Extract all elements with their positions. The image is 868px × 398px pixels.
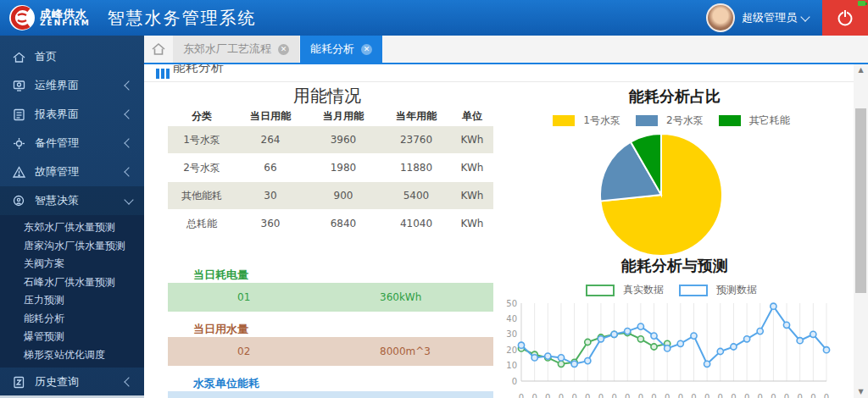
app-window: 成峰供水 ZENFIRM 智慧水务管理系统 超级管理员 首页运维界面报表界面备件… [0, 0, 868, 398]
svg-text:0: 0 [519, 393, 524, 398]
table-cell: 11880 [381, 162, 451, 174]
main-content: 能耗分析 用能情况 分类当日用能当月用能当年用能单位1号水泵2643960237… [144, 64, 854, 398]
sidebar: 首页运维界面报表界面备件管理故障管理智慧决策东郊水厂供水量预测唐家沟水厂供水量预… [0, 36, 144, 398]
line-chart: 01020304050000000000000000000000000 [500, 298, 839, 398]
line-legend-swatch [586, 285, 615, 296]
table-cell: 1号水泵 [168, 133, 236, 147]
section-title-clipped: 能耗分析 [173, 64, 224, 80]
scroll-down-arrow[interactable]: ▼ [854, 386, 868, 398]
svg-text:10: 10 [506, 361, 517, 370]
svg-text:0: 0 [744, 393, 749, 398]
sidebar-item-label: 报表界面 [35, 107, 79, 122]
stat-value: 8000m^3 [380, 345, 431, 357]
brand-logo: 成峰供水 ZENFIRM [8, 4, 91, 31]
svg-text:20: 20 [506, 345, 517, 355]
submenu-item-5[interactable]: 能耗分析 [0, 310, 144, 329]
submenu-item-0[interactable]: 东郊水厂供水量预测 [0, 218, 144, 237]
svg-text:0: 0 [625, 393, 630, 398]
sidebar-submenu: 东郊水厂供水量预测唐家沟水厂供水量预测关阀方案石峰水厂供水量预测压力预测能耗分析… [0, 215, 144, 368]
chevron-left-icon [124, 377, 133, 386]
table-cell: 其他能耗 [168, 189, 236, 203]
table-header-cell: 当月用能 [305, 109, 381, 124]
table-row: 2号水泵66198011880KWh [168, 154, 493, 181]
svg-text:0: 0 [638, 393, 643, 398]
sidebar-item-1[interactable]: 运维界面 [0, 71, 144, 100]
submenu-item-2[interactable]: 关阀方案 [0, 255, 144, 274]
svg-text:0: 0 [585, 393, 590, 398]
svg-text:0: 0 [571, 393, 576, 398]
pie-legend-label: 2号水泵 [666, 113, 704, 128]
table-cell: 264 [236, 134, 305, 146]
svg-text:30: 30 [506, 329, 517, 339]
svg-text:40: 40 [506, 314, 517, 323]
table-cell: 41040 [381, 218, 451, 229]
pie-legend: 1号水泵2号水泵其它耗能 [509, 113, 841, 128]
tab-label: 能耗分析 [310, 41, 354, 57]
sidebar-menu: 首页运维界面报表界面备件管理故障管理智慧决策东郊水厂供水量预测唐家沟水厂供水量预… [0, 36, 144, 396]
sidebar-item-2[interactable]: 报表界面 [0, 100, 144, 129]
header-right: 超级管理员 [706, 0, 868, 36]
sidebar-item-4[interactable]: 故障管理 [0, 158, 144, 186]
svg-text:0: 0 [598, 393, 604, 398]
table-cell: 1980 [305, 162, 381, 174]
stat-label-2: 水泵单位能耗 [193, 376, 259, 391]
tab-1[interactable]: 能耗分析✕ [300, 36, 382, 63]
tab-close-icon[interactable]: ✕ [361, 44, 372, 55]
table-cell: 总耗能 [168, 217, 236, 231]
table-row: 总耗能360684041040KWh [168, 210, 493, 237]
report-icon [12, 108, 26, 122]
scroll-up-arrow[interactable]: ▲ [854, 64, 868, 76]
chevron-left-icon [124, 167, 133, 176]
table-cell: 23760 [381, 134, 451, 146]
table-row: 其他能耗309005400KWh [168, 182, 493, 209]
fault-icon [12, 165, 26, 180]
scroll-thumb[interactable] [855, 108, 866, 293]
pie-legend-label: 1号水泵 [583, 113, 620, 128]
pie-chart-title: 能耗分析占比 [509, 86, 841, 107]
pie-legend-swatch [719, 115, 741, 126]
sidebar-item-label: 故障管理 [35, 164, 79, 180]
svg-text:0: 0 [704, 393, 709, 398]
energy-table: 分类当日用能当月用能当年用能单位1号水泵264396023760KWh2号水泵6… [168, 107, 493, 238]
table-cell: 3960 [305, 134, 381, 146]
svg-text:0: 0 [531, 393, 537, 398]
user-name[interactable]: 超级管理员 [742, 10, 797, 25]
table-cell: 2号水泵 [168, 161, 236, 175]
sidebar-item-3[interactable]: 备件管理 [0, 129, 144, 158]
table-header-cell: 当年用能 [381, 109, 451, 124]
stat-index: 02 [237, 345, 250, 357]
home-icon[interactable] [144, 36, 173, 63]
submenu-item-1[interactable]: 唐家沟水厂供水量预测 [0, 237, 144, 256]
stat-value: 360kWh [380, 291, 421, 303]
chevron-left-icon [124, 109, 133, 119]
pie-legend-swatch [636, 115, 658, 126]
submenu-item-4[interactable]: 压力预测 [0, 291, 144, 310]
sidebar-item-0[interactable]: 首页 [0, 42, 144, 71]
table-row: 1号水泵264396023760KWh [168, 126, 493, 153]
submenu-item-7[interactable]: 梯形泵站优化调度 [0, 346, 144, 365]
chevron-left-icon [124, 138, 133, 147]
chevron-down-icon[interactable] [800, 12, 810, 21]
stat-label-1: 当日用水量 [193, 322, 248, 337]
svg-text:0: 0 [731, 393, 736, 398]
submenu-item-3[interactable]: 石峰水厂供水量预测 [0, 274, 144, 292]
wisdom-icon [12, 194, 26, 208]
tab-0[interactable]: 东郊水厂工艺流程✕ [173, 36, 299, 63]
submenu-item-6[interactable]: 爆管预测 [0, 328, 144, 346]
svg-text:0: 0 [718, 393, 723, 398]
svg-text:0: 0 [651, 393, 656, 398]
stat-bar-2 [168, 391, 493, 398]
tab-close-icon[interactable]: ✕ [278, 44, 289, 55]
table-cell: KWh [451, 162, 493, 174]
table-header-cell: 当日用能 [236, 109, 305, 124]
tabs: 东郊水厂工艺流程✕能耗分析✕ [173, 36, 383, 63]
sidebar-item-5[interactable]: 智慧决策 [0, 186, 144, 215]
user-avatar[interactable] [706, 3, 735, 32]
brand-text: 成峰供水 ZENFIRM [40, 8, 91, 27]
sidebar-item-6[interactable]: 历史查询 [0, 368, 144, 396]
sidebar-item-label: 运维界面 [35, 78, 79, 93]
pie-legend-label: 其它耗能 [749, 113, 790, 128]
svg-text:0: 0 [678, 393, 683, 398]
page-title: 智慧水务管理系统 [108, 7, 257, 30]
line-chart-title: 能耗分析与预测 [509, 256, 841, 276]
